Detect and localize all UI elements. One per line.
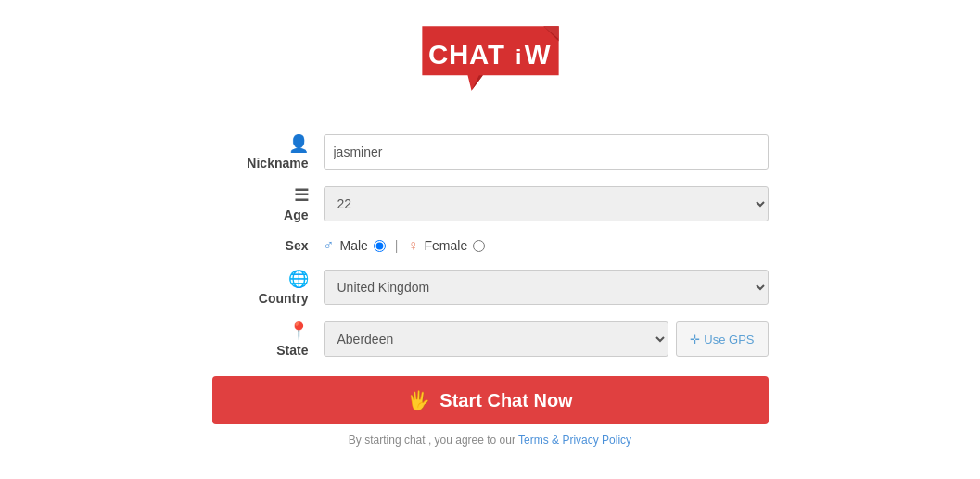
state-select[interactable]: AberdeenBathBirminghamBristolCambridgeCa… [324, 321, 669, 357]
terms-static: By starting chat , you agree to our [349, 434, 515, 447]
gps-button[interactable]: ✛ Use GPS [676, 321, 768, 357]
female-icon: ♀ [408, 237, 419, 254]
sex-separator: | [395, 238, 399, 253]
terms-link[interactable]: Terms & Privacy Policy [518, 434, 631, 447]
sex-label: Sex [212, 238, 324, 253]
sex-row: Sex ♂ Male | ♀ Female [212, 237, 769, 254]
nickname-input[interactable] [324, 134, 769, 170]
country-label: 🌐 Country [212, 269, 324, 306]
male-icon: ♂ [324, 237, 335, 254]
svg-text:CHAT: CHAT [427, 39, 504, 69]
age-icon: ☰ [294, 185, 309, 206]
svg-text:i: i [515, 44, 521, 69]
start-chat-button[interactable]: 🖐 Start Chat Now [212, 376, 769, 424]
age-row: ☰ Age 1819202122232425262728293031323334… [212, 185, 769, 222]
country-row: 🌐 Country United KingdomUnited StatesCan… [212, 269, 769, 306]
terms-text: By starting chat , you agree to our Term… [212, 434, 769, 447]
female-label: Female [425, 238, 468, 253]
age-select[interactable]: 1819202122232425262728293031323334353637… [324, 186, 769, 221]
start-chat-label: Start Chat Now [439, 390, 572, 411]
state-controls: AberdeenBathBirminghamBristolCambridgeCa… [324, 321, 769, 357]
age-label: ☰ Age [212, 185, 324, 222]
logo-svg: CHAT i W [407, 19, 574, 102]
user-icon: 👤 [288, 133, 309, 154]
svg-text:W: W [524, 39, 550, 69]
nickname-label: 👤 Nickname [212, 133, 324, 170]
state-row: 📍 State AberdeenBathBirminghamBristolCam… [212, 321, 769, 358]
male-radio[interactable] [374, 240, 386, 252]
form-container: 👤 Nickname ☰ Age 18192021222324252627282… [212, 133, 769, 447]
location-icon: 📍 [288, 321, 309, 341]
sex-options: ♂ Male | ♀ Female [324, 237, 769, 254]
logo-area: CHAT i W [407, 19, 574, 106]
chat-icon: 🖐 [407, 389, 430, 411]
country-select[interactable]: United KingdomUnited StatesCanadaAustral… [324, 270, 769, 305]
start-chat-section: 🖐 Start Chat Now By starting chat , you … [212, 376, 769, 447]
gps-icon: ✛ [690, 333, 700, 347]
male-label: Male [340, 238, 368, 253]
gps-label: Use GPS [704, 333, 754, 347]
state-label: 📍 State [212, 321, 324, 358]
nickname-row: 👤 Nickname [212, 133, 769, 170]
globe-icon: 🌐 [288, 269, 309, 289]
female-radio[interactable] [473, 240, 485, 252]
